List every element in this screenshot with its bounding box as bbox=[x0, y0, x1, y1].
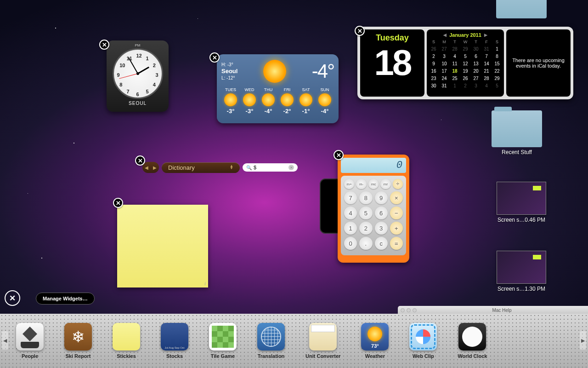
calendar-day-cell[interactable]: 2 bbox=[429, 53, 439, 60]
close-icon[interactable] bbox=[209, 52, 220, 63]
calc-button-8[interactable]: 8 bbox=[359, 191, 372, 204]
calendar-day-cell[interactable]: 25 bbox=[450, 75, 460, 82]
calc-button-=[interactable]: = bbox=[390, 237, 403, 250]
calendar-day-cell[interactable]: 23 bbox=[429, 75, 439, 82]
calendar-day-cell[interactable]: 3 bbox=[439, 53, 449, 60]
calendar-day-cell[interactable]: 11 bbox=[450, 60, 460, 67]
mac-help-window[interactable]: Mac Help bbox=[398, 306, 588, 314]
stickies-widget[interactable]: i bbox=[117, 205, 208, 288]
dictionary-widget[interactable]: ◀▶ Dictionary ▲▼ 🔍 $ ✕ bbox=[142, 159, 299, 176]
calendar-day-cell[interactable]: 24 bbox=[439, 75, 449, 82]
bar-scroll-right[interactable]: ▶ bbox=[580, 331, 586, 350]
calendar-day-cell[interactable]: 30 bbox=[471, 46, 481, 52]
calendar-day-cell[interactable]: 1 bbox=[492, 46, 502, 52]
calendar-day-cell[interactable]: 26 bbox=[460, 75, 470, 82]
calendar-day-cell[interactable]: 19 bbox=[460, 68, 470, 75]
bar-item-weather[interactable]: Weather bbox=[361, 323, 389, 359]
traffic-light-zoom[interactable] bbox=[413, 308, 417, 312]
calendar-day-cell[interactable]: 17 bbox=[439, 68, 449, 75]
calendar-day-cell[interactable]: 13 bbox=[471, 60, 481, 67]
close-widget-bar-button[interactable] bbox=[5, 290, 20, 306]
bar-scroll-left[interactable]: ◀ bbox=[2, 331, 8, 350]
calc-button-6[interactable]: 6 bbox=[375, 207, 388, 219]
calendar-day-cell[interactable]: 26 bbox=[429, 46, 439, 52]
prev-month-button[interactable]: ◀ bbox=[443, 33, 447, 37]
desktop-folder-recent[interactable]: Recent Stuff bbox=[482, 110, 551, 155]
calendar-day-cell[interactable]: 4 bbox=[481, 82, 492, 89]
calendar-day-cell[interactable]: 29 bbox=[460, 46, 470, 52]
bar-item-web-clip[interactable]: Web Clip bbox=[409, 323, 437, 359]
calendar-day-cell[interactable]: 27 bbox=[439, 46, 449, 52]
calculator-widget[interactable]: 0 m+m-mcmr÷789×456−123+0.c= bbox=[338, 155, 409, 263]
forward-button[interactable]: ▶ bbox=[151, 162, 159, 173]
dictionary-mode-select[interactable]: Dictionary ▲▼ bbox=[162, 162, 240, 173]
calc-button-mr[interactable]: mr bbox=[380, 179, 390, 189]
dictionary-search[interactable]: 🔍 $ ✕ bbox=[243, 163, 298, 172]
calendar-day-cell[interactable]: 28 bbox=[450, 46, 460, 52]
bar-item-translation[interactable]: Translation bbox=[257, 323, 285, 359]
close-icon[interactable] bbox=[113, 198, 123, 208]
dictionary-nav[interactable]: ◀▶ bbox=[142, 162, 159, 173]
desktop-screenshot-1[interactable]: Screen s…0.46 PM bbox=[487, 182, 556, 223]
calendar-day-cell[interactable]: 28 bbox=[481, 75, 492, 82]
close-icon[interactable] bbox=[334, 150, 344, 160]
calendar-day-cell[interactable]: 2 bbox=[460, 82, 470, 89]
calc-button-m-[interactable]: m- bbox=[356, 179, 366, 189]
bar-item-stickies[interactable]: Stickies bbox=[113, 323, 140, 359]
calendar-day-cell[interactable]: 8 bbox=[492, 53, 502, 60]
calendar-day-cell[interactable]: 16 bbox=[429, 68, 439, 75]
calendar-day-cell[interactable]: 12 bbox=[460, 60, 470, 67]
bar-item-world-clock[interactable]: World Clock bbox=[458, 323, 487, 359]
bar-item-ski-report[interactable]: Ski Report bbox=[64, 323, 92, 359]
calc-button-3[interactable]: 3 bbox=[375, 222, 388, 235]
traffic-light-minimize[interactable] bbox=[407, 308, 411, 312]
calendar-day-cell[interactable]: 7 bbox=[481, 53, 492, 60]
calc-button-9[interactable]: 9 bbox=[375, 191, 388, 204]
calendar-day-cell[interactable]: 3 bbox=[471, 82, 481, 89]
calc-button-2[interactable]: 2 bbox=[359, 222, 372, 235]
traffic-light-close[interactable] bbox=[401, 308, 405, 312]
calc-button-.[interactable]: . bbox=[359, 237, 372, 250]
close-icon[interactable] bbox=[355, 26, 365, 36]
close-icon[interactable] bbox=[99, 40, 109, 50]
calc-button-mc[interactable]: mc bbox=[368, 179, 379, 189]
calendar-day-cell[interactable]: 15 bbox=[492, 60, 502, 67]
world-clock-widget[interactable]: PM 121234567891011 SEOUL bbox=[107, 40, 169, 112]
calendar-widget[interactable]: Tuesday 18 ◀ January 2011 ▶ SMTWTFS26272… bbox=[357, 27, 573, 99]
calc-button-×[interactable]: × bbox=[390, 191, 403, 204]
calendar-day-cell[interactable]: 27 bbox=[471, 75, 481, 82]
weather-widget[interactable]: H: -3° Seoul L: -12° -4° TUES-3°WED-3°TH… bbox=[217, 54, 339, 123]
calc-button-1[interactable]: 1 bbox=[344, 222, 357, 235]
calendar-day-cell[interactable]: 4 bbox=[450, 53, 460, 60]
calc-button-0[interactable]: 0 bbox=[344, 237, 357, 250]
bar-item-unit-converter[interactable]: Unit Converter bbox=[305, 323, 340, 359]
calc-button-+[interactable]: + bbox=[390, 222, 403, 235]
calendar-day-cell[interactable]: 21 bbox=[481, 68, 492, 75]
calc-button-7[interactable]: 7 bbox=[344, 191, 357, 204]
calendar-day-cell[interactable]: 18 bbox=[450, 68, 460, 75]
calendar-day-cell[interactable]: 14 bbox=[481, 60, 492, 67]
bar-item-people[interactable]: People bbox=[16, 323, 44, 359]
next-month-button[interactable]: ▶ bbox=[484, 33, 487, 37]
clear-icon[interactable]: ✕ bbox=[288, 165, 294, 170]
calc-button-c[interactable]: c bbox=[375, 237, 388, 250]
calendar-day-cell[interactable]: 5 bbox=[492, 82, 502, 89]
bar-item-stocks[interactable]: Stocks bbox=[161, 323, 188, 359]
calendar-day-cell[interactable]: 31 bbox=[439, 82, 449, 89]
manage-widgets-button[interactable]: Manage Widgets… bbox=[36, 293, 95, 305]
calendar-day-cell[interactable]: 31 bbox=[481, 46, 492, 52]
calendar-day-cell[interactable]: 30 bbox=[429, 82, 439, 89]
bar-item-tile-game[interactable]: Tile Game bbox=[209, 323, 237, 359]
calendar-day-cell[interactable]: 1 bbox=[450, 82, 460, 89]
calendar-day-cell[interactable]: 10 bbox=[439, 60, 449, 67]
calendar-day-cell[interactable]: 6 bbox=[471, 53, 481, 60]
desktop-folder-top[interactable] bbox=[487, 0, 556, 18]
calc-button-m+[interactable]: m+ bbox=[344, 179, 354, 189]
calc-button-4[interactable]: 4 bbox=[344, 207, 357, 219]
calendar-day-cell[interactable]: 5 bbox=[460, 53, 470, 60]
calendar-day-cell[interactable]: 9 bbox=[429, 60, 439, 67]
calendar-day-cell[interactable]: 20 bbox=[471, 68, 481, 75]
calc-button-5[interactable]: 5 bbox=[359, 207, 372, 219]
close-icon[interactable] bbox=[135, 155, 145, 166]
info-icon[interactable]: i bbox=[204, 281, 206, 286]
